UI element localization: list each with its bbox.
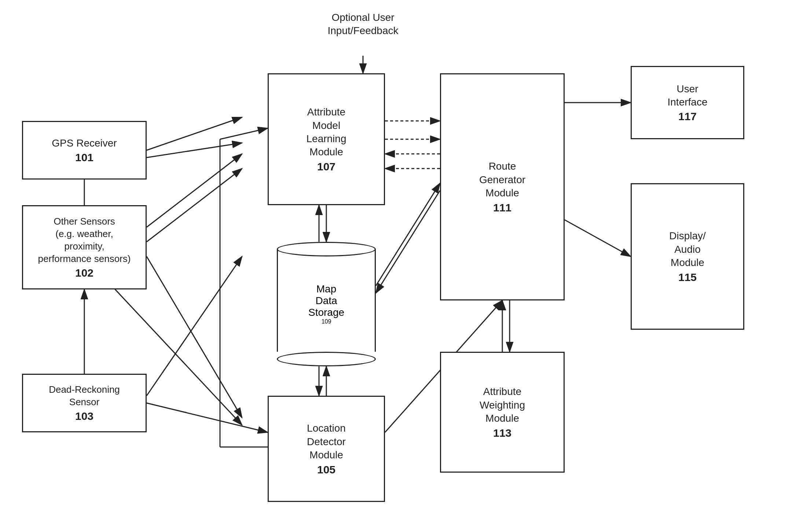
map-data-num: 109 bbox=[322, 318, 331, 325]
svg-line-4 bbox=[147, 117, 242, 150]
attribute-weighting-label: Attribute Weighting Module bbox=[480, 385, 525, 425]
other-sensors-box: Other Sensors (e.g. weather, proximity, … bbox=[22, 205, 147, 289]
attribute-weighting-box: Attribute Weighting Module 113 bbox=[440, 352, 565, 473]
svg-line-28 bbox=[220, 128, 268, 139]
user-interface-box: User Interface 117 bbox=[631, 66, 744, 139]
display-audio-num: 115 bbox=[678, 271, 697, 284]
gps-label: GPS Receiver bbox=[52, 137, 117, 150]
cylinder-top bbox=[277, 242, 376, 256]
dead-reckoning-box: Dead-Reckoning Sensor 103 bbox=[22, 374, 147, 432]
location-detector-num: 105 bbox=[317, 463, 335, 476]
display-audio-label: Display/ Audio Module bbox=[669, 229, 706, 269]
cylinder-body: Map Data Storage 109 bbox=[277, 249, 376, 352]
map-data-storage: Map Data Storage 109 bbox=[277, 242, 376, 366]
svg-line-5 bbox=[147, 143, 242, 158]
location-detector-label: Location Detector Module bbox=[307, 422, 346, 462]
attribute-model-label: Attribute Model Learning Module bbox=[307, 106, 346, 159]
svg-line-9 bbox=[147, 403, 268, 432]
svg-line-17 bbox=[376, 183, 440, 286]
dead-reckoning-num: 103 bbox=[75, 410, 93, 422]
svg-line-8 bbox=[147, 256, 242, 418]
other-sensors-label: Other Sensors (e.g. weather, proximity, … bbox=[38, 215, 131, 265]
dead-reckoning-label: Dead-Reckoning Sensor bbox=[49, 384, 120, 409]
map-data-label: Map Data Storage bbox=[308, 283, 344, 318]
gps-num: 101 bbox=[75, 151, 93, 164]
route-generator-num: 111 bbox=[493, 202, 511, 214]
user-interface-label: User Interface bbox=[668, 82, 708, 109]
svg-line-18 bbox=[376, 191, 440, 293]
svg-line-10 bbox=[147, 256, 242, 396]
attribute-model-num: 107 bbox=[317, 160, 335, 173]
display-audio-box: Display/ Audio Module 115 bbox=[631, 183, 744, 330]
diagram: Optional User Input/Feedback GPS Receive… bbox=[0, 0, 785, 532]
attribute-weighting-num: 113 bbox=[493, 427, 511, 439]
cylinder-bottom bbox=[277, 352, 376, 366]
other-sensors-num: 102 bbox=[75, 267, 93, 279]
svg-line-23 bbox=[565, 220, 631, 256]
route-generator-label: Route Generator Module bbox=[479, 160, 525, 200]
gps-receiver-box: GPS Receiver 101 bbox=[22, 121, 147, 180]
user-interface-num: 117 bbox=[678, 110, 697, 123]
location-detector-box: Location Detector Module 105 bbox=[268, 396, 385, 502]
optional-input-label: Optional User Input/Feedback bbox=[301, 11, 425, 38]
svg-line-6 bbox=[147, 154, 242, 227]
route-generator-box: Route Generator Module 111 bbox=[440, 73, 565, 300]
svg-line-7 bbox=[147, 169, 242, 242]
attribute-model-box: Attribute Model Learning Module 107 bbox=[268, 73, 385, 205]
